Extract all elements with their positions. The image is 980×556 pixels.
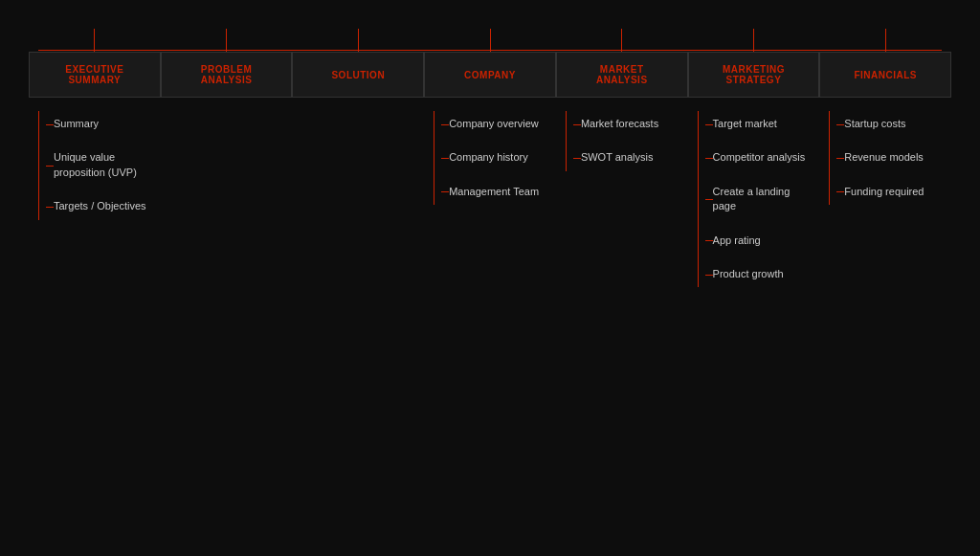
col-executive-summary: EXECUTIVE SUMMARYSummaryUnique value pro…: [29, 29, 161, 300]
connector-financials: [885, 29, 886, 52]
items-market-analysis: Market forecastsSWOT analysis: [556, 98, 688, 185]
list-item: Company history: [432, 141, 548, 174]
col-company: COMPANYCompany overviewCompany historyMa…: [424, 29, 556, 300]
header-problem-analysis: PROBLEM ANALYSIS: [161, 52, 293, 98]
columns-container: EXECUTIVE SUMMARYSummaryUnique value pro…: [29, 29, 951, 300]
header-solution: SOLUTION: [292, 52, 424, 98]
col-market-analysis: MARKET ANALYSISMarket forecastsSWOT anal…: [556, 29, 688, 300]
list-item: SWOT analysis: [564, 141, 680, 174]
connector-company: [490, 29, 491, 52]
chart-container: EXECUTIVE SUMMARYSummaryUnique value pro…: [0, 0, 980, 556]
col-financials: FINANCIALSStartup costsRevenue modelsFun…: [819, 29, 951, 300]
list-item: Startup costs: [827, 107, 944, 141]
connector-executive-summary: [94, 29, 95, 52]
connector-problem-analysis: [226, 29, 227, 52]
list-item: Unique value proposition (UVP): [36, 141, 153, 189]
list-item: Competitor analysis: [696, 141, 813, 174]
header-financials: FINANCIALS: [819, 52, 951, 98]
header-market-analysis: MARKET ANALYSIS: [556, 52, 688, 98]
list-item: App rating: [696, 224, 813, 257]
list-item: Management Team: [432, 175, 548, 209]
connector-market-analysis: [621, 29, 622, 52]
header-company: COMPANY: [424, 52, 556, 98]
list-item: Target market: [696, 107, 813, 141]
items-company: Company overviewCompany historyManagemen…: [424, 98, 556, 218]
connector-solution: [358, 29, 359, 52]
list-item: Funding required: [827, 175, 944, 209]
items-marketing-strategy: Target marketCompetitor analysisCreate a…: [688, 98, 820, 300]
list-item: Summary: [36, 107, 153, 141]
col-marketing-strategy: MARKETING STRATEGYTarget marketCompetito…: [688, 29, 820, 300]
connector-marketing-strategy: [753, 29, 754, 52]
list-item: Product growth: [696, 257, 813, 291]
items-financials: Startup costsRevenue modelsFunding requi…: [819, 98, 951, 218]
header-executive-summary: EXECUTIVE SUMMARY: [29, 52, 161, 98]
list-item: Company overview: [432, 107, 548, 141]
list-item: Market forecasts: [564, 107, 680, 141]
header-marketing-strategy: MARKETING STRATEGY: [688, 52, 820, 98]
col-problem-analysis: PROBLEM ANALYSIS: [161, 29, 293, 300]
col-solution: SOLUTION: [292, 29, 424, 300]
list-item: Create a landing page: [696, 175, 813, 224]
list-item: Revenue models: [827, 141, 944, 174]
list-item: Targets / Objectives: [36, 189, 153, 223]
items-executive-summary: SummaryUnique value proposition (UVP)Tar…: [29, 98, 161, 234]
